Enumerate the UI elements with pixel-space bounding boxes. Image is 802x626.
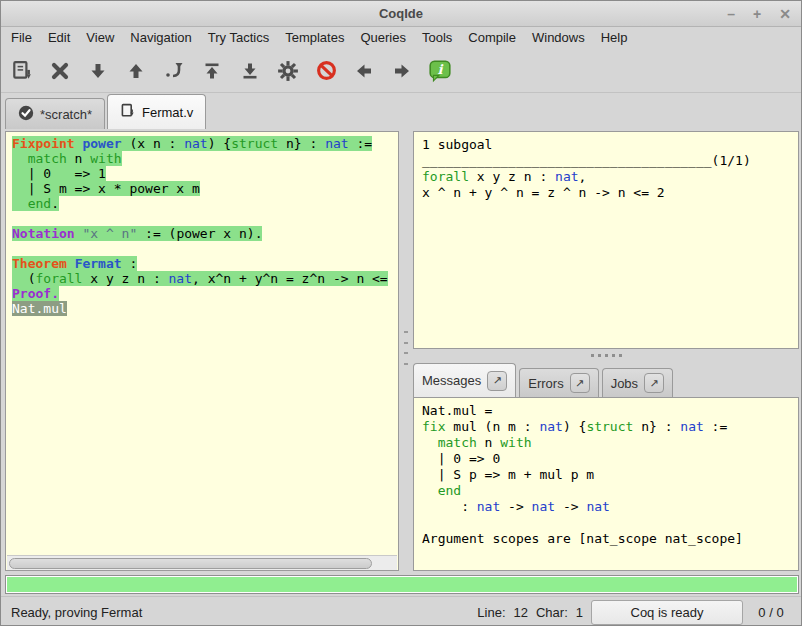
status-message: Ready, proving Fermat (11, 605, 142, 620)
detach-jobs-icon[interactable]: ↗ (644, 373, 664, 393)
job-counter: 0 / 0 (751, 605, 791, 620)
goals-code: 1 subgoal_______________________________… (422, 137, 790, 201)
menu-view[interactable]: View (78, 27, 122, 49)
messages-pane[interactable]: Nat.mul =fix mul (n m : nat) {struct n} … (413, 397, 799, 571)
close-buffer-icon[interactable] (47, 58, 73, 84)
progress-bar-fill (6, 576, 798, 593)
tab-jobs[interactable]: Jobs ↗ (602, 368, 673, 397)
script-editor-pane: Fixpoint power (x n : nat) {struct n} : … (5, 131, 399, 571)
tab-scratch[interactable]: *scratch* (5, 98, 105, 129)
menu-edit[interactable]: Edit (40, 27, 78, 49)
scrollbar-thumb[interactable] (9, 558, 372, 569)
window-title: CoqIde (379, 6, 423, 21)
detach-errors-icon[interactable]: ↗ (570, 373, 590, 393)
tab-errors-label: Errors (528, 376, 563, 391)
window-controls: – + ✕ (727, 1, 791, 27)
document-tabbar: *scratch* Fermat.v (1, 93, 801, 129)
menubar: File Edit View Navigation Try Tactics Te… (1, 27, 801, 49)
progress-bar (5, 575, 799, 594)
menu-help[interactable]: Help (593, 27, 636, 49)
menu-queries[interactable]: Queries (352, 27, 414, 49)
statusbar: Ready, proving Fermat Line: 12 Char: 1 C… (1, 596, 801, 626)
about-info-icon[interactable]: i (427, 58, 453, 84)
tab-fermat[interactable]: Fermat.v (107, 94, 206, 129)
preferences-gear-icon[interactable] (275, 58, 301, 84)
menu-navigation[interactable]: Navigation (122, 27, 199, 49)
menu-file[interactable]: File (3, 27, 40, 49)
vertical-splitter-handle[interactable] (403, 331, 409, 365)
tab-errors[interactable]: Errors ↗ (519, 368, 598, 397)
check-circle-icon (18, 105, 34, 124)
next-occurrence-icon[interactable] (389, 58, 415, 84)
tab-messages-label: Messages (422, 373, 481, 388)
minimize-button[interactable]: – (727, 1, 735, 27)
char-number: 1 (576, 605, 583, 620)
step-backward-icon[interactable] (123, 58, 149, 84)
titlebar[interactable]: CoqIde – + ✕ (1, 1, 801, 27)
run-to-end-icon[interactable] (237, 58, 263, 84)
editor-horizontal-scrollbar (7, 555, 397, 570)
go-to-cursor-icon[interactable] (161, 58, 187, 84)
coqide-window: CoqIde – + ✕ File Edit View Navigation T… (0, 0, 802, 626)
step-forward-icon[interactable] (85, 58, 111, 84)
previous-occurrence-icon[interactable] (351, 58, 377, 84)
goals-pane[interactable]: 1 subgoal_______________________________… (413, 131, 799, 349)
tab-fermat-label: Fermat.v (142, 105, 193, 120)
tab-scratch-label: *scratch* (40, 107, 92, 122)
maximize-button[interactable]: + (753, 1, 761, 27)
line-number: 12 (514, 605, 528, 620)
menu-tools[interactable]: Tools (414, 27, 460, 49)
menu-try-tactics[interactable]: Try Tactics (200, 27, 277, 49)
horizontal-splitter-handle[interactable] (413, 349, 799, 361)
char-label: Char: (536, 605, 568, 620)
tab-messages[interactable]: Messages ↗ (413, 363, 516, 397)
interrupt-stop-icon[interactable] (313, 58, 339, 84)
line-label: Line: (477, 605, 505, 620)
menu-compile[interactable]: Compile (460, 27, 524, 49)
menu-windows[interactable]: Windows (524, 27, 593, 49)
restart-icon[interactable] (199, 58, 225, 84)
tab-jobs-label: Jobs (611, 376, 638, 391)
coq-state-button[interactable]: Coq is ready (591, 600, 743, 625)
toolbar: i (1, 49, 801, 93)
editor-code[interactable]: Fixpoint power (x n : nat) {struct n} : … (6, 132, 398, 554)
document-icon (120, 103, 136, 122)
feedback-tabbar: Messages ↗ Errors ↗ Jobs ↗ (413, 361, 799, 397)
messages-code: Nat.mul =fix mul (n m : nat) {struct n} … (422, 403, 790, 547)
close-button[interactable]: ✕ (779, 1, 791, 27)
save-icon[interactable] (9, 58, 35, 84)
detach-messages-icon[interactable]: ↗ (487, 371, 507, 391)
menu-templates[interactable]: Templates (277, 27, 352, 49)
